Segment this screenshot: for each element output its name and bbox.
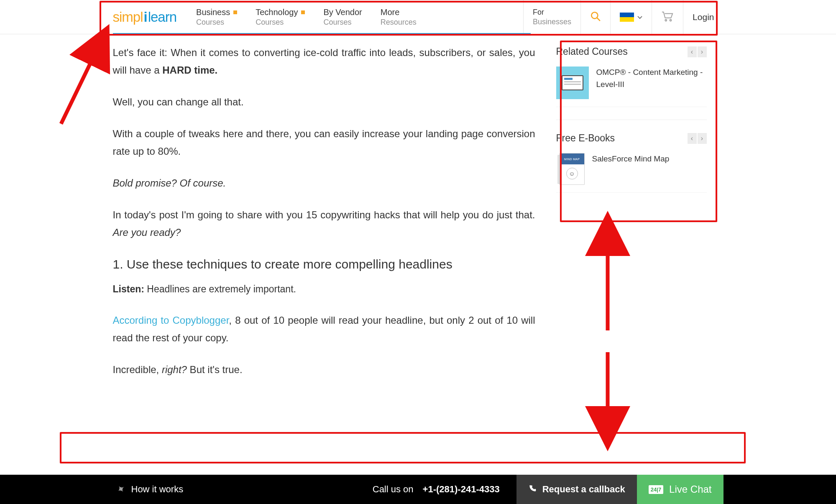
paragraph: In today's post I'm going to share with … (113, 206, 535, 241)
nav-label: Business (196, 8, 230, 17)
course-title: OMCP® - Content Marketing - Level-III (596, 67, 707, 90)
call-label: Call us on (373, 484, 414, 495)
logo-part1: simpl (113, 9, 143, 25)
chevron-right-icon: › (701, 135, 703, 142)
related-courses-title: Related Courses (556, 46, 628, 57)
chevron-right-icon: › (701, 48, 703, 56)
ebook-title: SalesForce Mind Map (592, 153, 670, 165)
course-thumbnail (556, 67, 589, 99)
chevron-left-icon: ‹ (691, 48, 693, 56)
square-bullet-icon (233, 10, 237, 14)
cart-icon (661, 10, 674, 24)
logo[interactable]: simplilearn (113, 0, 187, 34)
article-body: Let's face it: When it comes to converti… (113, 44, 535, 458)
for-biz-line1: For (533, 8, 544, 17)
top-nav-bar: simplilearn Business Courses Technology … (0, 0, 836, 34)
monitor-icon (562, 75, 583, 90)
paragraph: With a couple of tweaks here and there, … (113, 125, 535, 160)
for-businesses-link[interactable]: For Businesses (523, 0, 580, 34)
chevron-down-icon (637, 13, 642, 21)
sidebar: Related Courses ‹ › OMCP® - Content Mark… (556, 44, 707, 458)
how-it-works-link[interactable]: ✦ How it works (113, 475, 188, 504)
nav-label: Technology (256, 8, 298, 17)
italic-text: right? (162, 364, 187, 375)
copyblogger-link[interactable]: According to Copyblogger (113, 315, 229, 326)
login-link[interactable]: Login (683, 0, 723, 34)
chevron-left-icon: ‹ (691, 135, 693, 142)
phone-icon (528, 484, 537, 495)
related-courses-block: Related Courses ‹ › OMCP® - Content Mark… (556, 46, 707, 120)
for-biz-line2: Businesses (533, 18, 571, 26)
pin-icon: ✦ (114, 482, 128, 496)
paragraph-italic: Bold promise? Of course. (113, 174, 535, 192)
locale-dropdown[interactable] (610, 0, 652, 34)
request-callback-button[interactable]: Request a callback (516, 475, 637, 504)
carousel-nav: ‹ › (688, 46, 707, 57)
nav-item-business[interactable]: Business Courses (187, 0, 246, 34)
svg-point-0 (591, 12, 598, 18)
section-heading: 1. Use these techniques to create more c… (113, 256, 535, 273)
content-area: Let's face it: When it comes to converti… (0, 44, 836, 458)
nav-sub: Resources (381, 18, 417, 27)
phone-number: +1-(281)-241-4333 (423, 484, 500, 495)
logo-sep: i (143, 9, 148, 25)
square-bullet-icon (301, 10, 305, 14)
paragraph: According to Copyblogger, 8 out of 10 pe… (113, 312, 535, 347)
live-chat-button[interactable]: 24|7 Live Chat (637, 475, 724, 504)
free-ebooks-title: Free E-Books (556, 133, 615, 144)
paragraph: Let's face it: When it comes to converti… (113, 44, 535, 79)
carousel-next-button[interactable]: › (698, 133, 707, 144)
live-chat-label: Live Chat (669, 484, 711, 495)
nav-item-technology[interactable]: Technology Courses (246, 0, 314, 34)
book-band-label: MIND MAP (560, 154, 584, 164)
head-icon: ☺ (566, 168, 578, 179)
bold-text: HARD time. (162, 64, 217, 76)
nav-label: By Vendor (323, 8, 362, 17)
search-icon (590, 11, 601, 23)
carousel-next-button[interactable]: › (698, 46, 707, 57)
svg-point-3 (670, 19, 672, 21)
nav-sub: Courses (323, 18, 362, 27)
badge-247: 24|7 (649, 485, 663, 494)
paragraph: Incredible, right? But it's true. (113, 361, 535, 379)
ebook-item[interactable]: MIND MAP ☺ SalesForce Mind Map (556, 153, 707, 193)
nav-item-more[interactable]: More Resources (371, 0, 426, 34)
cart-button[interactable] (652, 0, 683, 34)
paragraph: Well, you can change all that. (113, 93, 535, 111)
login-label: Login (693, 12, 714, 22)
primary-nav: Business Courses Technology Courses By V… (187, 0, 523, 34)
carousel-nav: ‹ › (688, 133, 707, 144)
related-course-item[interactable]: OMCP® - Content Marketing - Level-III (556, 67, 707, 107)
svg-point-2 (665, 19, 667, 21)
callback-label: Request a callback (542, 484, 625, 495)
ebook-thumbnail: MIND MAP ☺ (560, 153, 585, 185)
logo-part2: learn (148, 9, 176, 25)
reading-progress-bar (113, 33, 531, 35)
call-us-text: Call us on +1-(281)-241-4333 (373, 475, 500, 504)
how-it-works-label: How it works (131, 484, 184, 495)
sticky-footer-bar: ✦ How it works Call us on +1-(281)-241-4… (0, 475, 836, 504)
italic-text: Are you ready? (113, 227, 181, 238)
nav-sub: Courses (196, 18, 237, 27)
nav-label: More (381, 8, 400, 17)
carousel-prev-button[interactable]: ‹ (688, 46, 697, 57)
nav-item-by-vendor[interactable]: By Vendor Courses (314, 0, 371, 34)
paragraph: Listen: Headlines are extremely importan… (113, 281, 535, 297)
svg-line-1 (597, 18, 600, 20)
nav-sub: Courses (256, 18, 305, 27)
search-button[interactable] (580, 0, 610, 34)
spacer (187, 475, 373, 504)
carousel-prev-button[interactable]: ‹ (688, 133, 697, 144)
free-ebooks-block: Free E-Books ‹ › MIND MAP ☺ (556, 133, 707, 205)
header-right: For Businesses (523, 0, 723, 34)
flag-icon (620, 13, 634, 22)
